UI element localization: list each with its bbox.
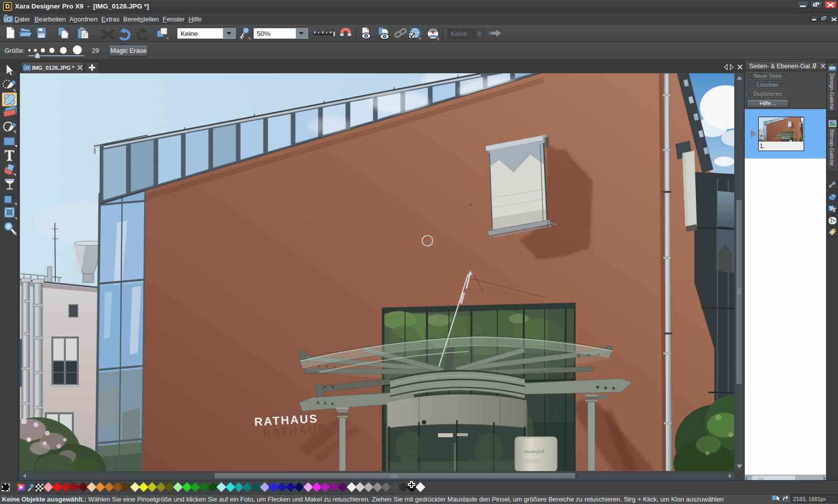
svg-text:T: T: [832, 206, 837, 213]
svg-text:Keine: Keine: [181, 30, 198, 37]
svg-text:50%: 50%: [257, 30, 270, 37]
svg-text:Keine: Keine: [451, 30, 467, 37]
